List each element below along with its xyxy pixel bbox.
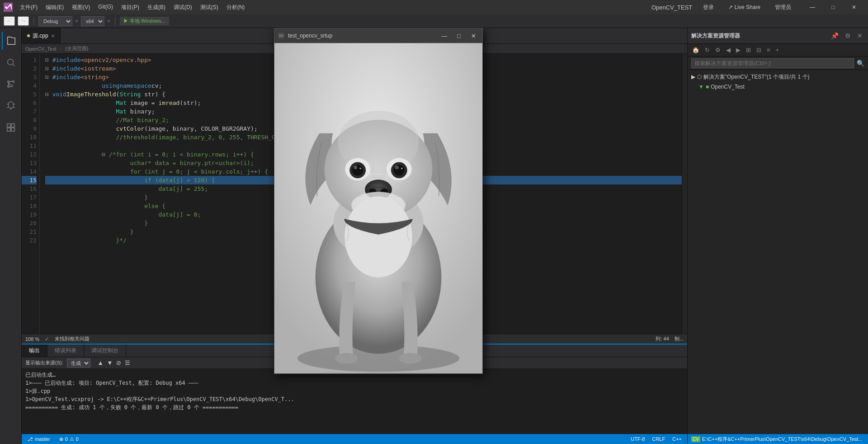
output-source-select[interactable]: 生成 xyxy=(67,359,90,368)
sol-plus-icon[interactable]: + xyxy=(774,46,781,54)
dog-image xyxy=(274,43,482,373)
tree-project[interactable]: ▼ ■ OpenCV_Test xyxy=(688,82,868,92)
config-dropdown[interactable]: Debug Release xyxy=(38,16,72,26)
svg-point-1 xyxy=(7,81,9,83)
redo-button[interactable]: ↪ xyxy=(18,16,29,26)
status-branch[interactable]: ⎇ master xyxy=(25,436,52,442)
menu-build[interactable]: 生成(B) xyxy=(144,2,169,13)
status-message: 未找到相关问题 xyxy=(55,335,90,342)
menu-view[interactable]: 视图(V) xyxy=(68,2,94,13)
solution-label: 解决方案"OpenCV_TEST"(1 个项目/共 1 个) xyxy=(703,73,810,81)
svg-point-31 xyxy=(344,196,412,277)
output-tab-debug[interactable]: 调试控制台 xyxy=(84,344,126,357)
svg-point-2 xyxy=(12,81,14,83)
file-path-text: E:\C++程序&C++PrimerPlus\OpenCV_TEST\x64\D… xyxy=(702,436,863,443)
zoom-level[interactable]: 108 % xyxy=(25,336,39,342)
image-window-minimize[interactable]: — xyxy=(439,30,450,41)
arch-dropdown[interactable]: x64 x86 xyxy=(81,16,104,26)
sidebar-close-icon[interactable]: ✕ xyxy=(855,31,864,40)
close-button[interactable]: ✕ xyxy=(844,0,864,14)
image-window-close[interactable]: ✕ xyxy=(468,30,479,41)
image-window-title: test_opencv_srtup xyxy=(288,33,435,39)
solution-explorer-header: 解决方案资源管理器 📌 ⚙ ✕ xyxy=(688,28,868,44)
login-button[interactable]: 登录 xyxy=(699,2,717,13)
menu-edit[interactable]: 编辑(E) xyxy=(42,2,67,13)
menu-git[interactable]: Git(G) xyxy=(94,2,117,13)
activity-debug[interactable] xyxy=(2,97,20,115)
warning-icon: ⚠ xyxy=(70,436,74,442)
activity-extensions[interactable] xyxy=(2,118,20,137)
svg-point-0 xyxy=(7,59,13,65)
svg-rect-9 xyxy=(279,34,284,38)
output-tab-output[interactable]: 输出 xyxy=(22,344,47,357)
sol-collapse-icon[interactable]: ⊟ xyxy=(755,46,763,54)
main-layout: 源.cpp ✕ OpenCV_Test › (全局范围) 12345 67891… xyxy=(0,28,868,444)
admin-button[interactable]: 管理员 xyxy=(771,2,795,13)
image-window-maximize[interactable]: □ xyxy=(453,30,464,41)
solution-tree: ▶ ⬡ 解决方案"OpenCV_TEST"(1 个项目/共 1 个) ▼ ■ O… xyxy=(688,70,868,434)
svg-point-25 xyxy=(401,167,403,169)
tree-solution-root[interactable]: ▶ ⬡ 解决方案"OpenCV_TEST"(1 个项目/共 1 个) xyxy=(688,72,868,82)
activity-git[interactable] xyxy=(2,75,20,93)
run-button[interactable]: ▶ 本地 Windows... xyxy=(120,17,169,25)
status-right: UTF-8 CRLF C++ xyxy=(629,436,684,442)
undo-button[interactable]: ↩ xyxy=(4,16,15,26)
svg-point-20 xyxy=(354,165,357,169)
output-line-3: 1>源.cpp xyxy=(25,387,684,395)
minimap[interactable] xyxy=(682,54,687,334)
line-numbers: 12345 678910 11121314 15 1617181920 2122 xyxy=(22,54,40,334)
sol-expand-icon[interactable]: ⊞ xyxy=(744,46,753,54)
error-count-icon: ⊗ xyxy=(59,436,63,442)
menu-test[interactable]: 测试(S) xyxy=(197,2,222,13)
svg-point-24 xyxy=(395,165,399,169)
status-line-ending[interactable]: CRLF xyxy=(650,436,667,442)
sol-refresh-icon[interactable]: ↻ xyxy=(703,46,712,54)
window-controls: — □ ✕ xyxy=(802,0,864,14)
activity-search[interactable] xyxy=(2,53,20,71)
output-tab-errors[interactable]: 错误列表 xyxy=(47,344,84,357)
svg-point-23 xyxy=(394,165,405,175)
output-content: 已启动生成… 1>——— 已启动生成: 项目: OpenCV_Test, 配置:… xyxy=(22,369,687,434)
cv-icon: CV xyxy=(691,436,700,442)
solution-explorer-title: 解决方案资源管理器 xyxy=(691,32,826,40)
tree-project-expand-icon: ▼ xyxy=(698,84,704,90)
sol-filter-icon[interactable]: ≡ xyxy=(765,46,772,54)
activity-bar xyxy=(0,28,22,444)
editor-container: 源.cpp ✕ OpenCV_Test › (全局范围) 12345 67891… xyxy=(22,28,687,444)
menu-file[interactable]: 文件(F) xyxy=(16,2,41,13)
sol-forward-icon[interactable]: ▶ xyxy=(734,46,742,54)
sidebar-pin-icon[interactable]: 📌 xyxy=(829,31,840,40)
svg-rect-5 xyxy=(11,124,14,127)
maximize-button[interactable]: □ xyxy=(823,0,844,14)
status-bar: ⎇ master ⊗ 0 ⚠ 0 UTF-8 CRLF C++ xyxy=(22,434,687,444)
sol-settings-icon[interactable]: ⚙ xyxy=(713,46,722,54)
status-lang[interactable]: C++ xyxy=(670,436,684,442)
menu-analyze[interactable]: 分析(N) xyxy=(223,2,249,13)
search-icon[interactable]: 🔍 xyxy=(857,60,864,67)
svg-rect-6 xyxy=(7,128,10,131)
live-share-button[interactable]: ↗ Live Share xyxy=(725,2,764,12)
status-encoding[interactable]: UTF-8 xyxy=(629,436,646,442)
svg-point-19 xyxy=(352,165,363,175)
image-window-icon xyxy=(278,33,284,39)
minimize-button[interactable]: — xyxy=(802,0,823,14)
menu-project[interactable]: 项目(P) xyxy=(118,2,143,13)
sol-home-icon[interactable]: 🏠 xyxy=(690,46,701,54)
menu-debug[interactable]: 调试(D) xyxy=(170,2,196,13)
output-line-2: 1>——— 已启动生成: 项目: OpenCV_Test, 配置: Debug … xyxy=(25,379,684,387)
col-info: 列: 44 xyxy=(656,335,669,342)
output-source-label: 显示输出来源(S): xyxy=(25,359,63,366)
vs-logo-icon xyxy=(4,3,13,12)
project-title-label: OpenCV_TEST xyxy=(651,4,692,11)
sol-back-icon[interactable]: ◀ xyxy=(724,46,732,54)
solution-search-input[interactable] xyxy=(691,58,854,68)
svg-point-21 xyxy=(359,167,361,169)
activity-explorer[interactable] xyxy=(2,32,20,50)
tab-close-button[interactable]: ✕ xyxy=(51,33,55,38)
title-bar: 文件(F) 编辑(E) 视图(V) Git(G) 项目(P) 生成(B) 调试(… xyxy=(0,0,868,14)
svg-point-32 xyxy=(335,353,358,364)
tab-source-cpp[interactable]: 源.cpp ✕ xyxy=(22,28,61,43)
status-errors[interactable]: ⊗ 0 ⚠ 0 xyxy=(57,436,80,442)
sidebar-settings-icon[interactable]: ⚙ xyxy=(843,31,853,40)
output-line-4: 1>OpenCV_Test.vcxproj -> E:\C++程序&C++Pri… xyxy=(25,395,684,403)
